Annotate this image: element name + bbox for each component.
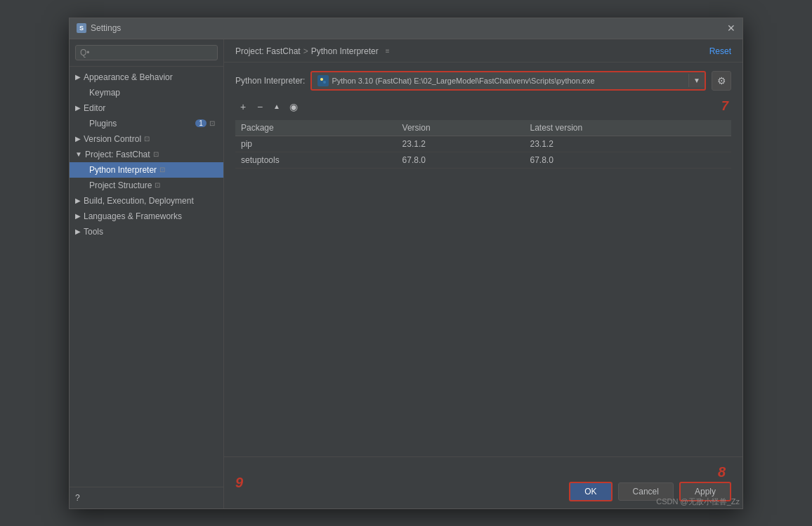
chevron-down-icon: ▼ [75, 150, 82, 158]
breadcrumb: Project: FastChat > Python Interpreter ≡ [235, 46, 390, 56]
interpreter-settings-button[interactable]: ⚙ [712, 71, 731, 91]
annotation-8: 8 [718, 464, 726, 480]
settings-dialog: S Settings ✕ ▶ Appearance & Behavior Key… [69, 18, 743, 509]
annotation-9: 9 [235, 475, 243, 491]
interpreter-dropdown-button[interactable]: ▼ [688, 74, 705, 87]
reset-button[interactable]: Reset [709, 46, 731, 56]
package-latest-version: 23.1.2 [524, 136, 731, 152]
chevron-right-icon: ▶ [75, 212, 81, 220]
sidebar-item-label: Version Control [84, 134, 141, 144]
sidebar-item-keymap[interactable]: Keymap [70, 85, 223, 100]
dialog-title: Settings [91, 23, 121, 33]
col-package: Package [235, 120, 397, 136]
sidebar-item-label: Build, Execution, Deployment [84, 196, 194, 206]
title-bar: S Settings ✕ [70, 18, 742, 39]
main-body: Python Interpreter: Python 3.10 (FastCha… [224, 63, 742, 456]
sidebar-item-label: Languages & Frameworks [84, 211, 182, 221]
chevron-right-icon: ▶ [75, 73, 81, 81]
dialog-body: ▶ Appearance & Behavior Keymap ▶ Editor … [70, 39, 742, 508]
move-package-button[interactable]: ▲ [269, 99, 284, 114]
python-icon [317, 75, 329, 86]
col-latest-version: Latest version [524, 120, 731, 136]
sidebar-item-label: Project: FastChat [85, 150, 150, 159]
breadcrumb-project: Project: FastChat [235, 46, 301, 56]
svg-point-2 [323, 81, 326, 84]
interpreter-row: Python Interpreter: Python 3.10 (FastCha… [235, 71, 731, 91]
watermark: CSDN @无敌小怪兽_Zz [656, 497, 740, 507]
breadcrumb-separator: > [303, 46, 308, 56]
remove-package-button[interactable]: − [252, 99, 268, 114]
sidebar-item-project[interactable]: ▼ Project: FastChat ⊡ [70, 147, 223, 162]
repo-icon: ⊡ [144, 135, 150, 143]
sidebar-item-project-structure[interactable]: Project Structure ⊡ [70, 178, 223, 193]
sidebar-item-appearance[interactable]: ▶ Appearance & Behavior [70, 70, 223, 85]
package-name: pip [235, 136, 397, 152]
eye-icon: ◉ [289, 101, 298, 112]
search-bar [70, 39, 223, 67]
sidebar-item-version-control[interactable]: ▶ Version Control ⊡ [70, 131, 223, 147]
svg-rect-0 [317, 75, 329, 86]
package-version: 67.8.0 [397, 152, 525, 168]
sidebar-item-label: Python Interpreter [89, 165, 157, 175]
search-input[interactable] [75, 45, 218, 60]
interpreter-path: Python 3.10 (FastChat) E:\02_LargeModel\… [332, 77, 594, 85]
interpreter-label: Python Interpreter: [235, 76, 305, 86]
chevron-right-icon: ▶ [75, 197, 81, 204]
sidebar-item-label: Keymap [89, 88, 120, 98]
sidebar-item-editor[interactable]: ▶ Editor [70, 100, 223, 116]
sidebar-item-label: Tools [84, 227, 103, 237]
arrow-up-icon: ▲ [273, 103, 280, 110]
project-icon: ⊡ [153, 150, 159, 158]
packages-table: Package Version Latest version pip 23.1.… [235, 120, 731, 169]
sidebar-item-label: Project Structure [89, 180, 152, 190]
help-icon: ? [75, 493, 80, 503]
package-latest-version: 67.8.0 [524, 152, 731, 168]
sidebar-item-label: Plugins [89, 119, 117, 129]
interpreter-select-wrapper: Python 3.10 (FastChat) E:\02_LargeModel\… [310, 71, 706, 91]
ok-button[interactable]: OK [569, 482, 612, 501]
table-row[interactable]: pip 23.1.2 23.1.2 [235, 136, 731, 152]
plugins-badge: 1 [195, 119, 207, 127]
nav-list: ▶ Appearance & Behavior Keymap ▶ Editor … [70, 67, 223, 487]
packages-toolbar: + − ▲ ◉ 7 [235, 99, 731, 114]
add-package-button[interactable]: + [235, 99, 251, 114]
main-content: Project: FastChat > Python Interpreter ≡… [224, 39, 742, 508]
sidebar-item-languages[interactable]: ▶ Languages & Frameworks [70, 209, 223, 224]
eye-button[interactable]: ◉ [286, 99, 301, 114]
breadcrumb-current: Python Interpreter [311, 46, 379, 56]
page-icon: ⊡ [159, 166, 165, 173]
interpreter-value: Python 3.10 (FastChat) E:\02_LargeModel\… [312, 72, 688, 89]
chevron-right-icon: ▶ [75, 135, 81, 143]
package-name: setuptools [235, 152, 397, 168]
page-icon: ⊡ [155, 181, 160, 189]
sidebar-item-label: Appearance & Behavior [84, 72, 173, 82]
sidebar-item-build[interactable]: ▶ Build, Execution, Deployment [70, 193, 223, 209]
sidebar-item-label: Editor [84, 103, 105, 113]
menu-icon: ≡ [386, 47, 390, 55]
sidebar-item-python-interpreter[interactable]: Python Interpreter ⊡ [70, 162, 223, 178]
chevron-right-icon: ▶ [75, 104, 81, 112]
col-version: Version [397, 120, 525, 136]
package-version: 23.1.2 [397, 136, 525, 152]
svg-point-1 [320, 78, 323, 81]
annotation-7: 7 [721, 99, 728, 114]
chevron-right-icon: ▶ [75, 228, 81, 235]
close-button[interactable]: ✕ [727, 22, 735, 34]
table-row[interactable]: setuptools 67.8.0 67.8.0 [235, 152, 731, 168]
help-button[interactable]: ? [70, 487, 223, 508]
sidebar: ▶ Appearance & Behavior Keymap ▶ Editor … [70, 39, 224, 508]
main-header: Project: FastChat > Python Interpreter ≡… [224, 39, 742, 63]
sidebar-item-plugins[interactable]: Plugins 1 ⊡ [70, 116, 223, 131]
sidebar-item-tools[interactable]: ▶ Tools [70, 224, 223, 239]
app-icon: S [77, 23, 86, 33]
sync-icon: ⊡ [209, 119, 215, 127]
